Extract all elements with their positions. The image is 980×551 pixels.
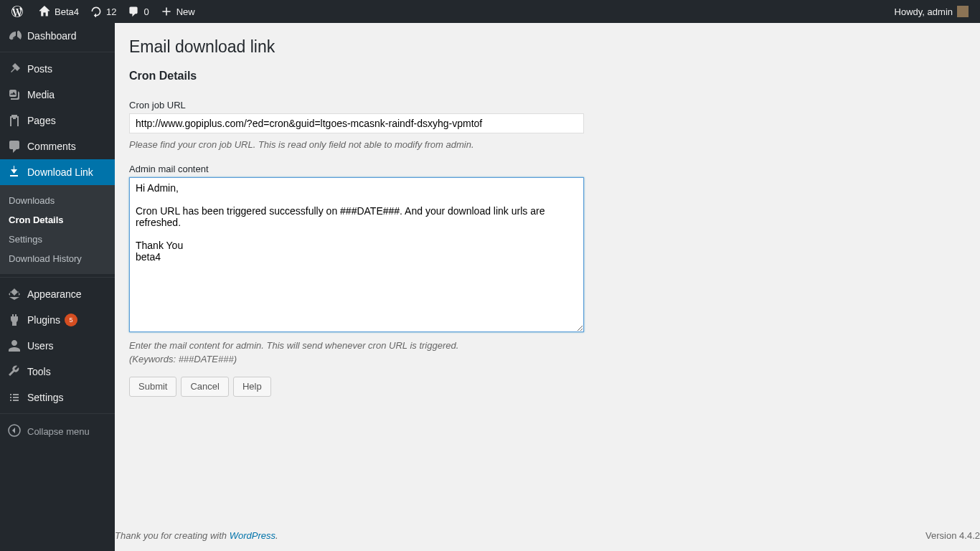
home-icon	[39, 6, 50, 17]
menu-pages[interactable]: Pages	[0, 108, 115, 133]
menu-plugins[interactable]: Plugins 5	[0, 307, 115, 333]
site-name: Beta4	[55, 6, 79, 17]
comments-link[interactable]: 0	[122, 0, 154, 23]
page-title: Email download link	[129, 37, 966, 57]
mail-content-help: Enter the mail content for admin. This w…	[129, 339, 966, 367]
mail-help-line2: (Keywords: ###DATE###)	[129, 352, 966, 367]
media-icon	[7, 88, 22, 102]
new-label: New	[176, 6, 195, 17]
menu-label: Media	[27, 89, 55, 100]
new-content-link[interactable]: New	[155, 0, 201, 23]
menu-appearance[interactable]: Appearance	[0, 281, 115, 307]
plugins-badge: 5	[65, 314, 77, 326]
my-account[interactable]: Howdy, admin	[889, 0, 974, 23]
wp-logo[interactable]	[6, 0, 33, 23]
button-row: Submit Cancel Help	[129, 377, 966, 397]
comments-count: 0	[143, 6, 149, 17]
submenu-download-link: Downloads Cron Details Settings Download…	[0, 185, 115, 274]
appearance-icon	[7, 287, 22, 301]
cron-url-input[interactable]	[129, 113, 584, 133]
dashboard-icon	[7, 29, 22, 43]
collapse-menu[interactable]: Collapse menu	[0, 418, 115, 446]
menu-label: Plugins	[27, 314, 60, 326]
footer-version: Version 4.4.2	[925, 530, 980, 541]
page-icon	[7, 113, 22, 128]
menu-label: Comments	[27, 141, 76, 152]
menu-download-link[interactable]: Download Link	[0, 159, 115, 185]
menu-label: Users	[27, 340, 54, 352]
wordpress-link[interactable]: WordPress	[230, 530, 275, 541]
admin-bar: Beta4 12 0 New Howdy, admin	[0, 0, 980, 23]
cron-url-help: Please find your cron job URL. This is r…	[129, 138, 966, 152]
users-icon	[7, 339, 22, 353]
update-icon	[90, 6, 102, 17]
submenu-cron-details[interactable]: Cron Details	[0, 210, 115, 230]
menu-label: Posts	[27, 63, 52, 75]
menu-settings[interactable]: Settings	[0, 385, 115, 410]
mail-help-line1: Enter the mail content for admin. This w…	[129, 339, 966, 353]
menu-tools[interactable]: Tools	[0, 359, 115, 385]
wordpress-icon	[11, 6, 23, 17]
submit-button[interactable]: Submit	[129, 377, 176, 397]
menu-label: Download Link	[27, 166, 93, 178]
updates-link[interactable]: 12	[85, 0, 122, 23]
menu-comments[interactable]: Comments	[0, 133, 115, 159]
menu-dashboard[interactable]: Dashboard	[0, 23, 115, 49]
section-title: Cron Details	[129, 70, 966, 83]
site-name-link[interactable]: Beta4	[33, 0, 85, 23]
menu-label: Appearance	[27, 288, 82, 300]
footer-thanks: Thank you for creating with WordPress.	[115, 530, 278, 541]
comment-icon	[7, 139, 22, 154]
menu-label: Tools	[27, 366, 51, 377]
avatar	[957, 6, 969, 17]
download-icon	[7, 165, 22, 179]
tools-icon	[7, 364, 22, 379]
admin-footer: Thank you for creating with WordPress. V…	[115, 520, 980, 551]
submenu-download-history[interactable]: Download History	[0, 249, 115, 268]
submenu-downloads[interactable]: Downloads	[0, 191, 115, 210]
help-button[interactable]: Help	[233, 377, 271, 397]
content-area: Email download link Cron Details Cron jo…	[115, 23, 980, 551]
settings-icon	[7, 390, 22, 405]
menu-media[interactable]: Media	[0, 82, 115, 108]
menu-users[interactable]: Users	[0, 333, 115, 359]
mail-content-label: Admin mail content	[129, 164, 966, 174]
updates-count: 12	[106, 6, 116, 17]
menu-label: Settings	[27, 392, 64, 403]
menu-label: Pages	[27, 115, 56, 126]
comment-icon	[128, 6, 139, 17]
menu-posts[interactable]: Posts	[0, 56, 115, 82]
plugin-icon	[7, 313, 22, 327]
collapse-icon	[7, 423, 22, 440]
cron-url-label: Cron job URL	[129, 100, 966, 110]
cancel-button[interactable]: Cancel	[181, 377, 228, 397]
plus-icon	[161, 6, 172, 17]
submenu-settings[interactable]: Settings	[0, 230, 115, 249]
admin-menu: Dashboard Posts Media Pages Comments Dow…	[0, 23, 115, 551]
menu-label: Dashboard	[27, 30, 77, 42]
mail-content-textarea[interactable]	[129, 177, 584, 332]
pin-icon	[7, 62, 22, 76]
collapse-label: Collapse menu	[27, 426, 90, 437]
howdy-text: Howdy, admin	[895, 6, 953, 17]
